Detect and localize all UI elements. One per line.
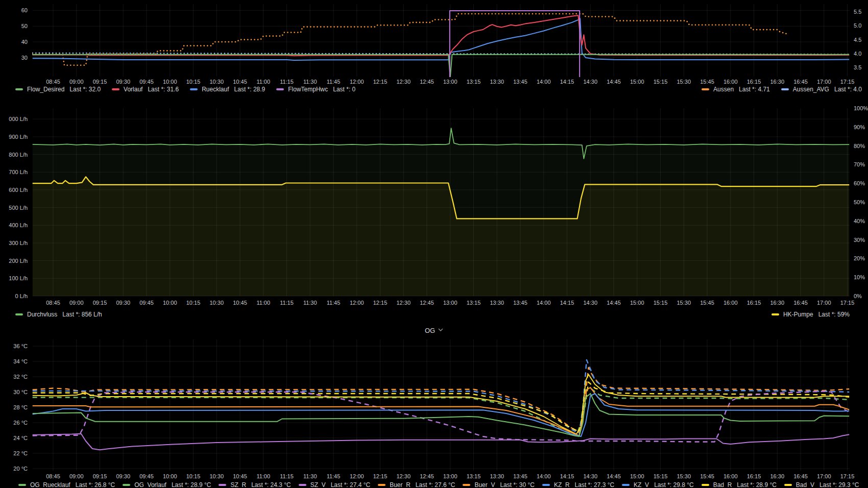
legend-series-name: Aussen_AVG — [793, 86, 829, 93]
x-axis-label: 16:15 — [742, 473, 766, 480]
legend-item-Bad_V[interactable]: Bad_VLast *: 29.3 °C — [784, 481, 859, 488]
legend-item-Buer_V[interactable]: Buer_VLast *: 30 °C — [463, 481, 535, 488]
y-axis-left-label: 700 L/h — [0, 168, 28, 176]
legend-item-KZ_V[interactable]: KZ_VLast *: 29.8 °C — [622, 481, 694, 488]
x-axis-label: 15:15 — [648, 299, 673, 306]
x-axis-label: 15:15 — [648, 473, 673, 480]
x-axis-label: 16:00 — [718, 78, 743, 85]
legend-item-Buer_R[interactable]: Buer_RLast *: 27.6 °C — [378, 481, 455, 488]
x-axis-label: 14:00 — [532, 473, 556, 480]
y-axis-right-label: 0% — [854, 292, 868, 300]
x-axis-label: 15:00 — [625, 78, 649, 85]
x-axis-label: 16:45 — [788, 299, 813, 306]
legend-series-name: KZ_R — [554, 481, 570, 488]
p1-legend-left: Flow_DesiredLast *: 32.0VorlaufLast *: 3… — [15, 86, 355, 93]
legend-item-HK-Pumpe[interactable]: HK-PumpeLast *: 59% — [771, 311, 850, 318]
legend-item-Bad_R[interactable]: Bad_RLast *: 28.9 °C — [702, 481, 777, 488]
y-axis-left-label: 800 L/h — [0, 151, 28, 158]
legend-swatch — [622, 484, 630, 486]
legend-item-SZ_R[interactable]: SZ_RLast *: 24.3 °C — [219, 481, 291, 488]
x-axis-label: 16:30 — [765, 299, 789, 306]
x-axis-label: 12:15 — [368, 78, 393, 85]
x-axis-label: 13:00 — [438, 78, 463, 85]
p1-legend-right: AussenLast *: 4.71Aussen_AVGLast *: 4.0 — [702, 86, 862, 93]
x-axis-label: 11:15 — [275, 473, 299, 480]
y-axis-left-label: 60 — [0, 7, 28, 14]
x-axis-label: 13:30 — [485, 473, 509, 480]
x-axis-label: 09:30 — [111, 473, 135, 480]
x-axis-label: 11:00 — [251, 78, 276, 85]
legend-item-Durchvluss[interactable]: DurchvlussLast *: 856 L/h — [15, 311, 102, 318]
x-axis-label: 15:45 — [695, 78, 719, 85]
y-axis-left-label: 0 L/h — [0, 292, 28, 300]
panel-flow-temps: Flow_DesiredLast *: 32.0VorlaufLast *: 3… — [0, 0, 868, 94]
y-axis-left-label: 300 L/h — [0, 239, 28, 247]
x-axis-label: 10:30 — [204, 473, 229, 480]
legend-item-SZ_V[interactable]: SZ_VLast *: 27.4 °C — [299, 481, 371, 488]
legend-swatch — [781, 88, 789, 90]
x-axis-label: 17:00 — [812, 473, 836, 480]
y-axis-right-label: 5.5 — [854, 8, 868, 15]
legend-item-OG_Ruecklauf[interactable]: OG_RuecklaufLast *: 26.8 °C — [18, 481, 115, 488]
legend-swatch — [784, 484, 792, 486]
legend-item-KZ_R[interactable]: KZ_RLast *: 27.3 °C — [542, 481, 614, 488]
x-axis-label: 10:45 — [228, 473, 252, 480]
legend-item-FlowTempHwc[interactable]: FlowTempHwcLast *: 0 — [276, 86, 355, 93]
legend-swatch — [771, 313, 779, 315]
x-axis-label: 12:45 — [415, 78, 439, 85]
legend-series-name: Bad_V — [796, 481, 814, 488]
legend-last-value: Last *: 59% — [818, 311, 850, 318]
x-axis-label: 11:00 — [251, 299, 276, 306]
x-axis-label: 09:00 — [64, 299, 89, 306]
legend-last-value: Last *: 28.9 — [234, 86, 266, 93]
series-OG_Vorlauf — [33, 388, 850, 436]
series-Vorlauf — [33, 15, 850, 56]
legend-last-value: Last *: 30 °C — [500, 481, 535, 488]
x-axis-label: 12:00 — [345, 473, 369, 480]
legend-series-name: Aussen — [713, 86, 734, 93]
x-axis-label: 11:15 — [275, 78, 299, 85]
y-axis-left-label: 34 °C — [0, 358, 28, 365]
x-axis-label: 10:30 — [204, 299, 229, 306]
x-axis-label: 17:15 — [835, 299, 860, 306]
legend-item-Vorlauf[interactable]: VorlaufLast *: 31.6 — [112, 86, 179, 93]
legend-item-Ruecklauf[interactable]: RuecklaufLast *: 28.9 — [190, 86, 265, 93]
x-axis-label: 09:15 — [88, 299, 112, 306]
x-axis-label: 13:45 — [508, 299, 533, 306]
x-axis-label: 11:45 — [321, 473, 346, 480]
x-axis-label: 16:30 — [765, 473, 789, 480]
legend-item-OG_Vorlauf[interactable]: OG_VorlaufLast *: 28.9 °C — [123, 481, 211, 488]
x-axis-label: 11:30 — [298, 78, 322, 85]
x-axis-label: 08:45 — [41, 473, 65, 480]
dashboard: Flow_DesiredLast *: 32.0VorlaufLast *: 3… — [0, 0, 868, 488]
x-axis-label: 10:30 — [204, 78, 229, 85]
legend-item-Aussen_AVG[interactable]: Aussen_AVGLast *: 4.0 — [781, 86, 862, 93]
legend-last-value: Last *: 27.3 °C — [575, 481, 615, 488]
x-axis-label: 13:15 — [462, 299, 486, 306]
x-axis-label: 14:00 — [532, 78, 556, 85]
y-axis-right-label: 80% — [854, 142, 868, 150]
x-axis-label: 12:30 — [391, 78, 416, 85]
x-axis-label: 13:30 — [485, 299, 509, 306]
legend-series-name: OG_Vorlauf — [134, 481, 166, 488]
x-axis-label: 10:00 — [158, 78, 182, 85]
panel-title[interactable]: OG — [0, 326, 868, 335]
x-axis-label: 16:15 — [742, 78, 766, 85]
y-axis-left-label: 600 L/h — [0, 186, 28, 193]
legend-series-name: Bad_R — [713, 481, 732, 488]
legend-swatch — [123, 484, 130, 486]
legend-series-name: KZ_V — [634, 481, 649, 488]
x-axis-label: 15:30 — [671, 78, 696, 85]
legend-series-name: HK-Pumpe — [783, 311, 813, 318]
legend-item-Flow_Desired[interactable]: Flow_DesiredLast *: 32.0 — [15, 86, 101, 93]
x-axis-label: 11:15 — [275, 299, 299, 306]
legend-item-Aussen[interactable]: AussenLast *: 4.71 — [702, 86, 770, 93]
x-axis-label: 09:15 — [88, 473, 112, 480]
y-axis-left-label: 24 °C — [0, 434, 28, 442]
y-axis-left-label: 22 °C — [0, 450, 28, 457]
y-axis-left-label: 200 L/h — [0, 257, 28, 264]
legend-swatch — [378, 484, 385, 486]
y-axis-right-label: 50% — [854, 199, 868, 206]
x-axis-label: 12:15 — [368, 473, 393, 480]
legend-series-name: Ruecklauf — [202, 86, 229, 93]
